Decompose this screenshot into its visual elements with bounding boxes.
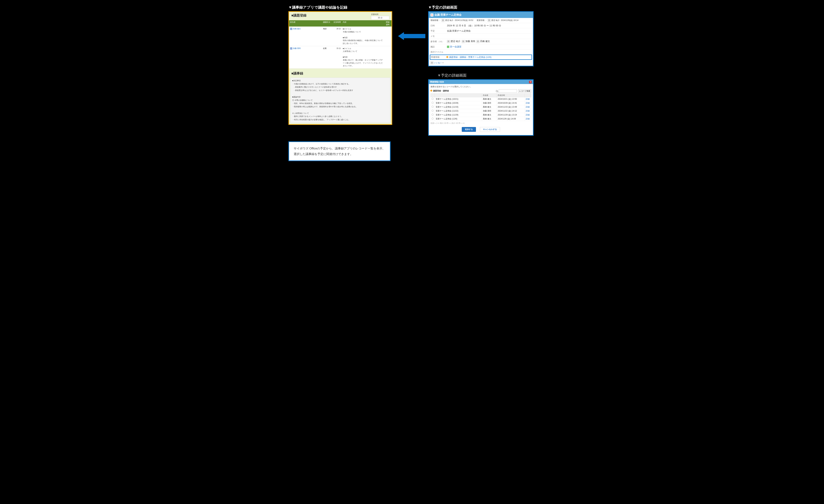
label-plan: 予定 — [430, 29, 447, 32]
record-author: 加藤 美咲 — [482, 109, 497, 113]
add-instruction: 連携を追加するレコードを選択してください。 — [430, 85, 531, 88]
explanation-callout: サイボウズ Officeの予定から、議事録アプリのレコード一覧を表示、選択した議… — [288, 141, 391, 161]
assignee-link[interactable]: 加藤 美咲 — [293, 47, 301, 49]
record-subject: 営業チーム定例会 (11/29) — [435, 113, 482, 117]
assignee-link[interactable]: 高橋 健太 — [293, 28, 301, 30]
record-row[interactable]: 営業チーム定例会 (11/22)加藤 美咲2024/11/22 (金) 14:1… — [431, 109, 531, 113]
event-meta: 登録情報 ： 渡辺 祐介 2024/11/29(金) 16:52 更新情報 ： … — [429, 18, 533, 23]
col-detail — [525, 94, 531, 97]
label-related: 関連情報 — [431, 56, 446, 59]
record-detail-link[interactable]: 詳細 — [526, 102, 530, 104]
avatar-icon — [447, 40, 450, 43]
avatar-icon — [488, 19, 491, 22]
record-radio[interactable] — [432, 102, 434, 104]
facility-link[interactable]: 第一会議室 — [450, 45, 461, 48]
record-detail-link[interactable]: 詳細 — [526, 106, 530, 108]
record-author: 高橋 健太 — [482, 105, 497, 109]
app-bullet-icon — [446, 56, 448, 58]
record-detail-link[interactable]: 詳細 — [526, 98, 530, 100]
col-attachments: 関連資料 — [385, 20, 392, 26]
record-subject: 営業チーム定例会 (10/21) — [435, 97, 482, 101]
user-icon — [290, 28, 292, 30]
col-date: 作成日時 — [497, 94, 525, 97]
value-participants: 渡辺 祐介 加藤 美咲 高橋 健太 — [447, 40, 531, 43]
search-icon — [496, 90, 498, 92]
calendar-icon: 31 — [430, 13, 433, 16]
col-estimate: 目安時間 — [332, 20, 342, 26]
add-related-panel: 関連情報の追加 ✕ 連携を追加するレコードを選択してください。 議題登録・議事録… — [428, 79, 534, 136]
pager[interactable]: 先頭へ | << 前の 10 件へ | 次の 10 件へ >> — [430, 121, 531, 125]
record-row[interactable]: 営業チーム定例会 (10/28)加藤 美咲2024/10/28 (金) 14:4… — [431, 101, 531, 105]
record-subject: 営業チーム定例会 (11/15) — [435, 105, 482, 109]
avatar-icon — [462, 40, 465, 43]
close-icon[interactable]: ✕ — [529, 81, 532, 83]
duration-value: 35 分 — [371, 16, 389, 20]
heading-event-detail-top: ▼予定の詳細画面 — [428, 5, 534, 10]
record-row[interactable]: 営業チーム定例会 (12/6)高橋 健太2024/12/6 (金) 14:09詳… — [431, 117, 531, 121]
reg-time: 2024/11/29(金) 16:52 — [455, 19, 473, 21]
agenda-row: 高橋 健太 相談 20 分 ■タイトル 今期の目標値について ■内容 現在の達成… — [289, 26, 392, 46]
col-author: 作成者 — [482, 94, 497, 97]
record-radio[interactable] — [432, 106, 434, 108]
agenda-content: ■タイトル 人材育成について ■内容 来期に向けて、新人研修・キャリア研修アップ… — [342, 46, 385, 68]
agenda-estimate: 20 分 — [332, 26, 342, 46]
chevron-down-icon[interactable]: ▾ — [442, 62, 443, 64]
event-detail-panel: 31 会議:営業チーム定例会 登録情報 ： 渡辺 祐介 2024/11/29(金… — [428, 11, 534, 67]
facility-icon — [447, 45, 449, 48]
agenda-register-title: ■議題登録 — [291, 13, 371, 18]
col-kind: 議題区分 — [322, 20, 332, 26]
record-radio[interactable] — [432, 98, 434, 100]
agenda-row: 加藤 美咲 起案 15 分 ■タイトル 人材育成について ■内容 来期に向けて、… — [289, 46, 392, 69]
avatar-icon — [430, 62, 433, 65]
cancel-button[interactable]: キャンセルする — [480, 127, 500, 132]
record-date: 2024/11/29 (金) 13:24 — [497, 113, 525, 117]
related-record-link[interactable]: 議題登録・議事録 - 営業チーム定例会 (12/6) — [449, 56, 492, 58]
value-datetime: 2024 年 12 月 6 日 （金） 10 時 00 分 〜 11 時 00 … — [447, 24, 531, 27]
record-author: 加藤 美咲 — [482, 101, 497, 105]
record-subject: 営業チーム定例会 (12/6) — [435, 117, 482, 121]
record-row[interactable]: 営業チーム定例会 (10/21)高橋 健太2024/10/21 (金) 13:5… — [431, 97, 531, 101]
record-radio[interactable] — [432, 110, 434, 112]
label-datetime: 日時 — [430, 24, 447, 27]
record-search-button[interactable]: レコード検索 — [518, 89, 531, 93]
event-title-bar: 31 会議:営業チーム定例会 — [429, 12, 533, 18]
record-author: 高橋 健太 — [482, 97, 497, 101]
record-row[interactable]: 営業チーム定例会 (11/29)高橋 健太2024/11/29 (金) 13:2… — [431, 113, 531, 117]
record-table: 作成者 作成日時 営業チーム定例会 (10/21)高橋 健太2024/10/21… — [430, 93, 531, 121]
label-facility: 施設 — [430, 45, 447, 48]
minutes-notes: ■決定事項 ・今期の目標達成に向けて、以下の改善策について具体的に検討する。 -… — [290, 78, 390, 123]
col-content: 内容 — [342, 20, 385, 26]
agenda-kind: 相談 — [322, 26, 332, 46]
record-date: 2024/10/21 (金) 13:50 — [497, 97, 525, 101]
record-detail-link[interactable]: 詳細 — [526, 110, 530, 112]
upd-time: 2024/12/6(金) 18:14 — [501, 19, 518, 21]
avatar-icon — [477, 40, 480, 43]
record-radio[interactable] — [432, 114, 434, 116]
record-detail-link[interactable]: 詳細 — [526, 118, 530, 120]
heading-event-detail-bottom: ▼予定の詳細画面 — [437, 73, 534, 78]
record-date: 2024/11/15 (金) 13:49 — [497, 105, 525, 109]
record-author: 高橋 健太 — [482, 117, 497, 121]
duration-label: 所要時間 — [371, 13, 389, 16]
value-plan: 会議:営業チーム定例会 — [447, 29, 531, 32]
record-author: 高橋 健太 — [482, 113, 497, 117]
record-radio[interactable] — [432, 118, 434, 120]
col-select — [431, 94, 435, 97]
add-button[interactable]: 追加する — [462, 127, 476, 132]
record-subject: 営業チーム定例会 (11/22) — [435, 109, 482, 113]
add-panel-title: 関連情報の追加 — [430, 81, 444, 83]
reg-user: 渡辺 祐介 — [445, 19, 453, 21]
avatar-icon — [441, 19, 444, 22]
col-assignee: 担当者 — [289, 20, 322, 26]
record-date: 2024/10/28 (金) 14:41 — [497, 101, 525, 105]
agenda-kind: 起案 — [322, 46, 332, 68]
like-button[interactable]: いいね！ — [434, 62, 442, 64]
minutes-subtitle: ■議事録 — [289, 69, 392, 77]
record-row[interactable]: 営業チーム定例会 (11/15)高橋 健太2024/11/15 (金) 13:4… — [431, 105, 531, 109]
event-title-text: 会議:営業チーム定例会 — [434, 13, 461, 17]
arrow-left-icon — [398, 32, 425, 40]
record-detail-link[interactable]: 詳細 — [526, 114, 530, 116]
label-participants: 参加者 （3名） — [430, 40, 447, 43]
col-subject — [435, 94, 482, 97]
record-search-input[interactable] — [499, 89, 517, 93]
